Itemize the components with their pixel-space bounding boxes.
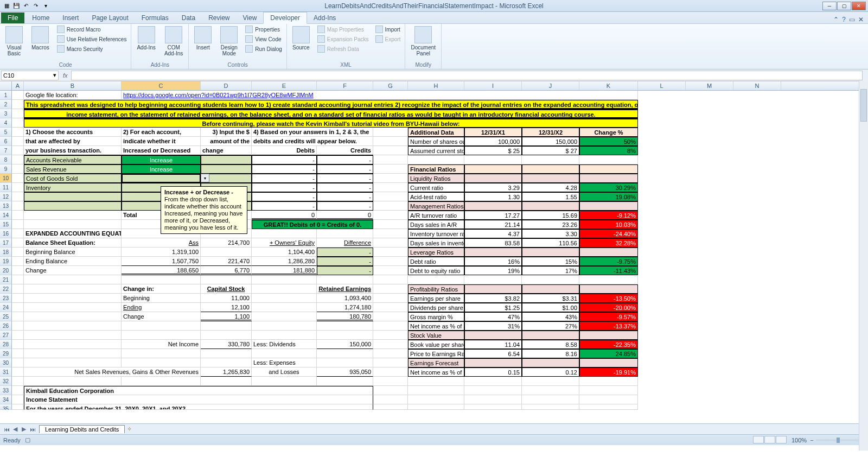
cell[interactable] xyxy=(201,321,252,331)
row-header[interactable]: 16 xyxy=(0,229,12,238)
maximize-button[interactable]: ▢ xyxy=(837,2,851,10)
cell[interactable] xyxy=(373,303,408,312)
col-G[interactable]: G xyxy=(373,81,408,90)
cell[interactable] xyxy=(317,358,373,367)
cell[interactable]: 16% xyxy=(464,257,522,266)
col-N[interactable]: N xyxy=(733,81,781,90)
cell[interactable]: 17% xyxy=(522,266,579,275)
cell[interactable] xyxy=(373,294,408,303)
cell[interactable]: Less: Expenses xyxy=(252,358,317,367)
undo-icon[interactable]: ↶ xyxy=(22,2,30,10)
row-header[interactable]: 15 xyxy=(0,220,12,229)
cell[interactable] xyxy=(12,146,24,155)
cell[interactable] xyxy=(12,294,24,303)
tab-view[interactable]: View xyxy=(237,12,264,23)
cell[interactable]: Google file location: xyxy=(24,91,122,100)
cell[interactable]: 1,093,400 xyxy=(317,294,373,303)
row-header[interactable]: 13 xyxy=(0,201,12,211)
cell[interactable] xyxy=(24,349,122,358)
cell[interactable]: 214,700 xyxy=(201,238,252,248)
view-buttons[interactable] xyxy=(753,436,787,445)
cell[interactable] xyxy=(373,349,408,358)
row-header[interactable]: 3 xyxy=(0,109,12,118)
cell[interactable]: Gross margin % xyxy=(408,312,464,321)
cell[interactable]: 15.69 xyxy=(522,211,579,220)
cell[interactable]: Sales Revenue xyxy=(24,164,122,174)
cell[interactable]: Change xyxy=(24,266,122,275)
cell[interactable] xyxy=(252,294,317,303)
cell[interactable]: 8% xyxy=(579,146,638,155)
cell[interactable]: 1,100 xyxy=(201,312,252,321)
map-properties-button[interactable]: Map Properties xyxy=(316,25,370,34)
refresh-data-button[interactable]: Refresh Data xyxy=(316,45,370,53)
cell[interactable]: -9.57% xyxy=(579,312,638,321)
cell[interactable] xyxy=(579,404,638,410)
save-icon[interactable]: 💾 xyxy=(12,2,21,10)
cell[interactable]: Liquidity Ratios xyxy=(408,174,464,183)
dropdown-arrow[interactable]: ▾ xyxy=(201,174,209,182)
cell[interactable] xyxy=(201,358,252,367)
row-header[interactable]: 19 xyxy=(0,257,12,266)
cell[interactable] xyxy=(373,211,408,220)
row-header[interactable]: 22 xyxy=(0,284,12,294)
cell[interactable] xyxy=(373,174,408,183)
cell[interactable] xyxy=(373,229,408,238)
cell[interactable] xyxy=(252,321,317,331)
cell[interactable] xyxy=(24,211,122,220)
cell[interactable]: Net income as % of investment xyxy=(408,367,464,377)
cell[interactable]: -13.37% xyxy=(579,321,638,331)
cell[interactable]: - xyxy=(252,201,317,211)
cell[interactable] xyxy=(373,377,408,386)
zoom-out-icon[interactable]: − xyxy=(810,437,813,443)
cell[interactable] xyxy=(12,183,24,192)
cell[interactable] xyxy=(373,257,408,266)
cell[interactable]: 0.15 xyxy=(464,367,522,377)
tab-insert[interactable]: Insert xyxy=(56,12,85,23)
com-addins-button[interactable]: COM Add-Ins xyxy=(162,25,185,58)
cell[interactable]: - xyxy=(317,257,373,266)
cell[interactable] xyxy=(317,349,373,358)
cell[interactable]: -9.12% xyxy=(579,211,638,220)
cell[interactable] xyxy=(373,386,408,395)
cell[interactable]: A/R turnover ratio xyxy=(408,211,464,220)
tab-page-layout[interactable]: Page Layout xyxy=(85,12,135,23)
cell[interactable]: Book value per share xyxy=(408,340,464,349)
cell[interactable] xyxy=(201,349,252,358)
sheet-nav-first[interactable]: ⏮ xyxy=(2,426,11,433)
cell[interactable] xyxy=(373,248,408,257)
row-header[interactable]: 5 xyxy=(0,128,12,137)
cell[interactable] xyxy=(252,377,317,386)
cell[interactable] xyxy=(373,192,408,201)
cell[interactable]: Acid-test ratio xyxy=(408,192,464,201)
row-header[interactable]: 25 xyxy=(0,312,12,321)
cell[interactable]: - xyxy=(317,192,373,201)
cell[interactable] xyxy=(24,220,122,229)
cell[interactable]: Beginning xyxy=(122,294,201,303)
row-header[interactable]: 9 xyxy=(0,164,12,174)
cell[interactable] xyxy=(579,248,638,257)
cell[interactable]: 11,000 xyxy=(201,294,252,303)
cell[interactable] xyxy=(522,201,579,211)
cell[interactable]: debits and credits will appear below. xyxy=(252,137,373,146)
cell[interactable]: Current ratio xyxy=(408,183,464,192)
cell[interactable]: Change % xyxy=(579,128,638,137)
cell[interactable] xyxy=(252,303,317,312)
cell[interactable] xyxy=(522,377,579,386)
cell[interactable] xyxy=(464,275,522,284)
cell[interactable]: 1,286,280 xyxy=(252,257,317,266)
cell[interactable] xyxy=(12,91,24,100)
cell[interactable] xyxy=(522,164,579,174)
cell[interactable]: 150,000 xyxy=(522,137,579,146)
row-header[interactable]: 20 xyxy=(0,266,12,275)
cell[interactable]: Retained Earnings xyxy=(317,284,373,294)
cell[interactable]: 19% xyxy=(464,266,522,275)
cell[interactable] xyxy=(12,257,24,266)
window-restore-icon[interactable]: ▭ xyxy=(849,16,855,23)
cell[interactable]: Balance Sheet Equation: xyxy=(24,238,122,248)
google-link[interactable]: https://docs.google.com/open?id=0B021wp9… xyxy=(122,91,638,100)
cell[interactable] xyxy=(252,275,317,284)
cell[interactable]: 1.30 xyxy=(464,192,522,201)
cell[interactable]: 24.85% xyxy=(579,349,638,358)
cell[interactable]: Debt ratio xyxy=(408,257,464,266)
cell[interactable] xyxy=(122,275,201,284)
